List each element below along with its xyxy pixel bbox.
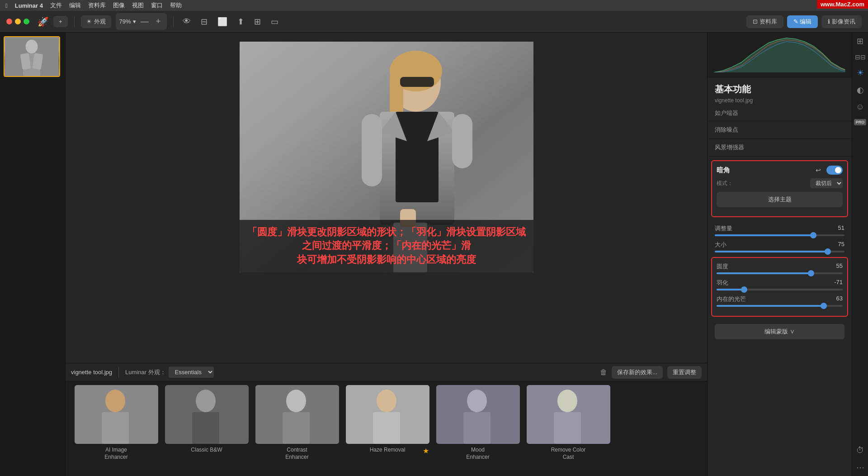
star-icon: ★ xyxy=(423,447,429,455)
bottom-panel: vignette tool.jpg Luminar 外观： Essentials… xyxy=(66,363,707,476)
look-item-bw[interactable]: Classic B&W xyxy=(161,385,252,472)
slider-track-size[interactable] xyxy=(715,251,844,252)
reset-button[interactable]: 重置调整 xyxy=(667,366,702,379)
panel-item-noise[interactable]: 消除噪点 xyxy=(708,121,852,139)
look-image-mood xyxy=(436,385,520,444)
slider-thumb-feather[interactable] xyxy=(741,286,747,293)
minimize-button[interactable] xyxy=(15,19,21,24)
looks-selector: Luminar 外观： Essentials xyxy=(125,367,214,378)
toolbar: 🚀 + ☀ 外观 79% ▾ — + 👁 ⊟ ⬜ ⬆ ⊞ ▭ ⊡ 资料库 ✎ 编… xyxy=(0,11,868,33)
svg-point-29 xyxy=(377,390,396,412)
slider-thumb-adjust[interactable] xyxy=(810,232,816,238)
look-thumb-remove xyxy=(527,385,610,444)
palette-icon[interactable]: ◐ xyxy=(857,85,864,95)
svg-rect-27 xyxy=(283,412,310,444)
edit-nav-btn[interactable]: ✎ 编辑 xyxy=(787,15,818,28)
panel-item-landscape[interactable]: 风景增强器 xyxy=(708,139,852,157)
look-item-mood[interactable]: MoodEnhancer xyxy=(433,385,523,472)
menu-file[interactable]: 文件 xyxy=(50,1,62,10)
main-layout: 「圆度」滑块更改阴影区域的形状；「羽化」滑块设置阴影区域之间过渡的平滑度；「内在… xyxy=(0,33,868,476)
menu-window[interactable]: 窗口 xyxy=(151,1,163,10)
clock-icon[interactable]: ⏱ xyxy=(856,446,864,455)
appearance-icon: ☀ xyxy=(86,18,92,25)
select-subject-button[interactable]: 选择主题 xyxy=(717,192,843,207)
right-sidebar: ⊞ ⊟⊟ ☀ ◐ ☺ PRO ⏱ ⋯ xyxy=(852,33,868,476)
look-item-remove[interactable]: Remove ColorCast xyxy=(523,385,613,472)
frame-btn[interactable]: ▭ xyxy=(268,15,281,29)
sun-icon[interactable]: ☀ xyxy=(857,68,864,78)
slider-value-adjust: 51 xyxy=(838,224,844,233)
zoom-level: 79% xyxy=(119,18,131,25)
looks-grid: AI ImageEnhancer Classic B&W xyxy=(66,381,707,476)
menu-library[interactable]: 资料库 xyxy=(88,1,106,10)
slider-row-inner-light: 内在的光芒 63 xyxy=(717,295,843,307)
split-view-btn[interactable]: ⊟ xyxy=(198,15,210,29)
slider-thumb-size[interactable] xyxy=(825,248,831,255)
share-btn[interactable]: ⬆ xyxy=(235,15,247,29)
zoom-arrow: ▾ xyxy=(133,18,136,25)
looks-dropdown[interactable]: Essentials xyxy=(169,367,214,378)
layers-icon[interactable]: ⊞ xyxy=(857,36,863,46)
menu-view[interactable]: 视图 xyxy=(132,1,144,10)
library-nav-btn[interactable]: ⊡ 资料库 xyxy=(746,15,783,28)
right-panel-content: 基本功能 vignette tool.jpg 如户端器 消除噪点 风景增强器 暗… xyxy=(708,78,852,476)
maximize-button[interactable] xyxy=(24,19,29,24)
look-image-ai xyxy=(75,385,158,444)
mode-dropdown[interactable]: 裁切后 xyxy=(810,178,843,188)
slider-track-adjust[interactable] xyxy=(715,234,844,236)
panel-file-name: vignette tool.jpg xyxy=(708,97,852,105)
grid-btn[interactable]: ⊞ xyxy=(251,15,264,29)
zoom-control: 79% ▾ — + xyxy=(116,13,167,30)
appearance-button[interactable]: ☀ 外观 xyxy=(81,15,111,28)
slider-thumb-inner-light[interactable] xyxy=(821,303,827,309)
slider-track-inner-light[interactable] xyxy=(717,305,843,307)
adjust-icon[interactable]: ⊟⊟ xyxy=(855,53,866,61)
save-looks-button[interactable]: 保存新的效果... xyxy=(612,366,663,379)
vignette-sliders-box: 圆度 55 羽化 -71 xyxy=(711,257,848,317)
zoom-out-button[interactable]: — xyxy=(138,15,151,28)
slider-row-size: 大小 75 xyxy=(715,241,844,252)
filmstrip xyxy=(0,33,66,476)
face-icon[interactable]: ☺ xyxy=(856,102,864,112)
svg-rect-12 xyxy=(396,112,439,202)
undo-button[interactable]: ↩ xyxy=(814,166,823,175)
svg-rect-21 xyxy=(102,412,129,444)
rocket-icon: 🚀 xyxy=(38,16,49,27)
slider-track-roundness[interactable] xyxy=(717,272,843,274)
menu-image[interactable]: 图像 xyxy=(113,1,125,10)
slider-label-size: 大小 xyxy=(715,241,726,249)
photo-container: 「圆度」滑块更改阴影区域的形状；「羽化」滑块设置阴影区域之间过渡的平滑度；「内在… xyxy=(66,33,707,363)
slider-thumb-roundness[interactable] xyxy=(808,270,814,276)
slider-fill-size xyxy=(715,251,828,252)
zoom-in-button[interactable]: + xyxy=(153,15,164,28)
vignette-title: 暗角 xyxy=(717,166,730,175)
info-icon: ℹ xyxy=(828,18,830,25)
look-item-haze[interactable]: ★ Haze Removal xyxy=(342,385,433,472)
library-icon: ⊡ xyxy=(753,18,758,25)
slider-track-feather[interactable] xyxy=(717,289,843,290)
look-item-contrast[interactable]: ContrastEnhancer xyxy=(252,385,342,472)
look-thumb-contrast xyxy=(255,385,339,444)
close-button[interactable] xyxy=(6,19,12,24)
center-area: 「圆度」滑块更改阴影区域的形状；「羽化」滑块设置阴影区域之间过渡的平滑度；「内在… xyxy=(66,33,707,476)
slider-header-size: 大小 75 xyxy=(715,241,844,249)
edit-icon: ✎ xyxy=(793,18,798,25)
menu-help[interactable]: 帮助 xyxy=(170,1,182,10)
menu-edit[interactable]: 编辑 xyxy=(69,1,81,10)
trash-button[interactable]: 🗑 xyxy=(600,368,607,376)
crop-btn[interactable]: ⬜ xyxy=(215,15,230,29)
toggle-on[interactable] xyxy=(826,166,843,175)
slider-header-inner-light: 内在的光芒 63 xyxy=(717,295,843,303)
filmstrip-thumb-1[interactable] xyxy=(4,36,60,77)
look-image-haze xyxy=(346,385,429,444)
look-item-ai[interactable]: AI ImageEnhancer xyxy=(71,385,161,472)
add-button[interactable]: + xyxy=(53,16,68,27)
dots-icon[interactable]: ⋯ xyxy=(856,462,864,472)
info-nav-btn[interactable]: ℹ 影像资讯 xyxy=(821,15,862,28)
eye-icon-btn[interactable]: 👁 xyxy=(180,15,193,28)
look-label-bw: Classic B&W xyxy=(191,447,222,454)
app-name[interactable]: Luminar 4 xyxy=(15,2,43,9)
edit-mask-button[interactable]: 编辑蒙版 ∨ xyxy=(715,324,844,339)
look-thumb-haze xyxy=(346,385,429,444)
panel-sub: 如户端器 xyxy=(708,105,852,121)
